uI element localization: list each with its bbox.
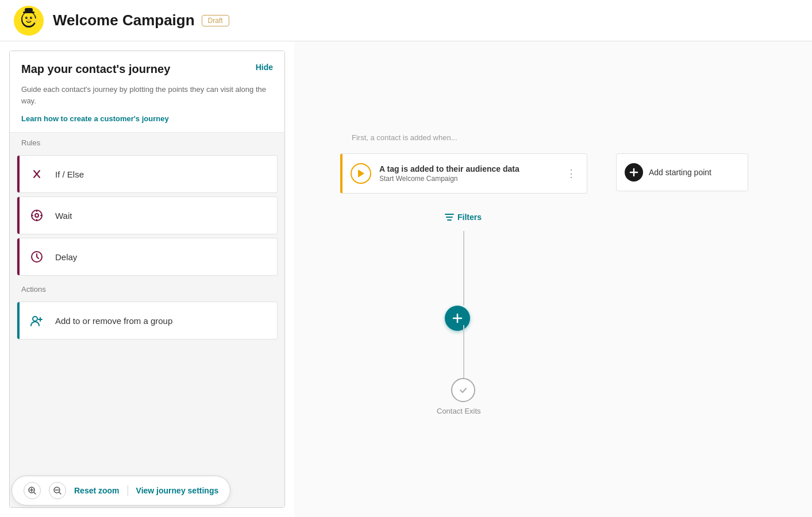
- sidebar-item-delay[interactable]: Delay: [17, 238, 278, 276]
- canvas-area: First, a contact is added when... A tag …: [294, 41, 812, 517]
- add-step-plus-icon: [452, 312, 463, 324]
- sidebar-item-group[interactable]: Add to or remove from a group: [17, 302, 278, 339]
- add-step-button[interactable]: [445, 306, 470, 331]
- hide-button[interactable]: Hide: [256, 63, 273, 72]
- wait-label: Wait: [55, 211, 72, 221]
- sidebar-heading: Map your contact's journey: [21, 63, 256, 76]
- start-card-title: A tag is added to their audience data: [379, 164, 556, 173]
- svg-point-15: [33, 317, 37, 321]
- page-title: Welcome Campaign: [53, 11, 195, 29]
- zoom-in-button[interactable]: [24, 482, 41, 499]
- sidebar-scroll-area: Rules If / Else: [10, 132, 284, 507]
- start-card[interactable]: A tag is added to their audience data St…: [340, 153, 587, 194]
- connector-line-bottom: [463, 325, 464, 380]
- delay-icon: [26, 246, 47, 267]
- learn-link[interactable]: Learn how to create a customer's journey: [10, 114, 284, 132]
- zoom-in-icon: [28, 487, 36, 495]
- wait-icon: [26, 205, 47, 226]
- svg-point-4: [30, 17, 32, 19]
- left-bar-wait: [17, 197, 20, 234]
- mailchimp-logo: [14, 6, 44, 36]
- filters-icon: [445, 213, 454, 221]
- rules-section-label: Rules: [10, 132, 284, 152]
- svg-point-11: [35, 19, 37, 22]
- left-bar-delay: [17, 238, 20, 275]
- journey-map: First, a contact is added when... A tag …: [294, 41, 812, 517]
- svg-point-7: [28, 19, 30, 21]
- filters-label: Filters: [457, 213, 482, 222]
- svg-point-5: [26, 17, 27, 17]
- sidebar-header: Map your contact's journey Hide: [10, 51, 284, 82]
- connector-line-top: [463, 231, 464, 306]
- zoom-out-button[interactable]: [49, 482, 66, 499]
- checkmark-icon: [458, 385, 468, 395]
- group-icon: [26, 310, 47, 331]
- left-bar-group: [17, 302, 20, 339]
- header: Welcome Campaign Draft: [0, 0, 812, 41]
- zoom-out-icon: [53, 487, 61, 495]
- play-icon: [351, 163, 371, 184]
- start-card-text: A tag is added to their audience data St…: [379, 164, 556, 183]
- toolbar-divider: [128, 485, 128, 496]
- start-card-menu-icon[interactable]: ⋮: [564, 166, 579, 181]
- add-starting-plus-icon: [625, 163, 643, 182]
- if-else-label: If / Else: [55, 169, 84, 179]
- svg-point-6: [31, 17, 32, 17]
- contact-exits-icon: [451, 378, 475, 402]
- group-action-label: Add to or remove from a group: [55, 316, 172, 326]
- add-starting-point-card[interactable]: Add starting point: [616, 153, 748, 191]
- svg-rect-9: [25, 8, 33, 12]
- svg-point-13: [35, 214, 39, 217]
- left-bar-if-else: [17, 156, 20, 192]
- if-else-icon: [26, 164, 47, 184]
- starting-point-label: First, a contact is added when...: [352, 133, 457, 142]
- filters-link[interactable]: Filters: [445, 213, 482, 222]
- view-journey-settings-button[interactable]: View journey settings: [136, 486, 219, 495]
- sidebar-item-wait[interactable]: Wait: [17, 196, 278, 234]
- bottom-toolbar: Reset zoom View journey settings: [11, 476, 230, 506]
- svg-point-3: [25, 17, 28, 19]
- delay-label: Delay: [55, 252, 77, 262]
- start-card-subtitle: Start Welcome Campaign: [379, 175, 556, 183]
- draft-badge: Draft: [202, 15, 229, 26]
- sidebar-subtitle: Guide each contact's journey by plotting…: [10, 82, 284, 114]
- sidebar-panel: Map your contact's journey Hide Guide ea…: [9, 51, 285, 508]
- sidebar-item-if-else[interactable]: If / Else: [17, 155, 278, 193]
- contact-exits-label: Contact Exits: [437, 407, 481, 415]
- svg-point-2: [22, 12, 35, 26]
- reset-zoom-button[interactable]: Reset zoom: [74, 486, 120, 495]
- actions-section-label: Actions: [10, 279, 284, 298]
- main-layout: Map your contact's journey Hide Guide ea…: [0, 41, 812, 517]
- add-starting-point-label: Add starting point: [649, 168, 711, 177]
